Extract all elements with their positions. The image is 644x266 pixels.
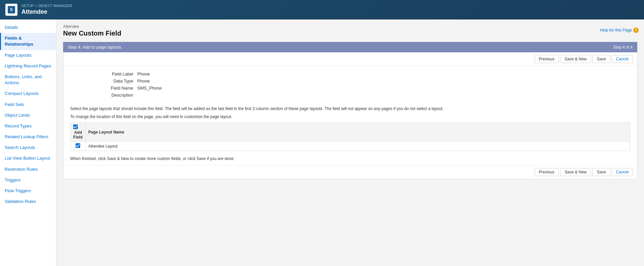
sidebar-item-buttons-links-actions[interactable]: Buttons, Links, and Actions [0,71,56,88]
header-title: Attendee [21,8,72,15]
row-checkbox-cell [70,142,86,151]
sidebar-item-related-lookup-filters[interactable]: Related Lookup Filters [0,131,56,142]
top-header: S SETUP > OBJECT MANAGER Attendee [0,0,644,19]
sidebar-item-page-layouts[interactable]: Page Layouts [0,50,56,61]
sidebar-item-record-types[interactable]: Record Types [0,121,56,131]
finish-text: When finished, click Save & New to creat… [63,154,637,165]
field-row-datatype: Data Type Phone [70,78,630,84]
sidebar-item-restriction-rules[interactable]: Restriction Rules [0,164,56,175]
help-icon: ? [633,28,639,33]
row-checkbox[interactable] [76,143,80,148]
sidebar-item-list-view-button-layout[interactable]: List View Button Layout [0,153,56,164]
app-icon: S [5,4,17,16]
sidebar-item-fields-relationships[interactable]: Fields & Relationships [0,33,56,50]
page-title: New Custom Field [63,30,637,37]
field-name-key: Field Name [70,86,137,91]
table-header-row: Add Field Page Layout Name [70,123,630,142]
top-action-row: Previous Save & New Save Cancel [63,52,637,66]
app-icon-label: S [10,7,13,12]
breadcrumb: Attendee [63,24,637,29]
field-name-value: SMS_Phone [137,86,162,91]
save-button-top[interactable]: Save [592,55,610,63]
content-panel: Previous Save & New Save Cancel Field La… [63,52,637,179]
cancel-button-top[interactable]: Cancel [612,55,633,63]
sidebar-item-triggers[interactable]: Triggers [0,175,56,185]
select-all-checkbox[interactable] [73,124,78,129]
sidebar-item-search-layouts[interactable]: Search Layouts [0,142,56,153]
info-text-1: Select the page layouts that should incl… [63,103,637,113]
field-row-label: Field Label Phone [70,71,630,76]
help-link[interactable]: Help for this Page ? [600,28,639,33]
sidebar-item-object-limits[interactable]: Object Limits [0,110,56,121]
step-count: Step 4 of 4 [613,45,633,50]
field-label-key: Field Label [70,71,137,76]
field-row-description: Description [70,93,630,98]
description-key: Description [70,93,137,98]
field-label-value: Phone [137,71,150,76]
save-and-new-button-bottom[interactable]: Save & New [560,168,591,176]
cancel-button-bottom[interactable]: Cancel [612,168,633,176]
app-icon-inner: S [8,6,15,13]
sidebar: Details Fields & Relationships Page Layo… [0,19,56,266]
step-bar: Step 4. Add to page layouts Step 4 of 4 [63,42,637,52]
save-and-new-button-top[interactable]: Save & New [560,55,591,63]
sidebar-item-lightning-record-pages[interactable]: Lightning Record Pages [0,61,56,71]
header-breadcrumb: SETUP > OBJECT MANAGER [21,4,72,8]
data-type-value: Phone [137,78,150,84]
sidebar-item-validation-rules[interactable]: Validation Rules [0,196,56,207]
data-type-key: Data Type [70,78,137,84]
table-row: Attendee Layout [70,142,630,151]
field-row-fieldname: Field Name SMS_Phone [70,86,630,91]
field-details: Field Label Phone Data Type Phone Field … [63,66,637,103]
th-page-layout-name: Page Layout Name [86,123,630,142]
layout-table: Add Field Page Layout Name Attendee Layo… [70,122,630,151]
previous-button-top[interactable]: Previous [535,55,559,63]
step-label: Step 4. Add to page layouts [68,45,121,50]
sidebar-item-compact-layouts[interactable]: Compact Layouts [0,88,56,99]
previous-button-bottom[interactable]: Previous [535,168,559,176]
help-link-text: Help for this Page [600,28,632,33]
th-add-field: Add Field [70,123,86,142]
sidebar-item-details[interactable]: Details [0,22,56,33]
sidebar-item-flow-triggers[interactable]: Flow Triggers [0,185,56,196]
info-text-2: To change the location of this field on … [63,113,637,122]
row-layout-name: Attendee Layout [86,142,630,151]
save-button-bottom[interactable]: Save [592,168,610,176]
main-content: Help for this Page ? Attendee New Custom… [56,19,644,266]
th-add-field-label: Add Field [73,130,83,140]
bottom-action-row: Previous Save & New Save Cancel [63,165,637,179]
header-text-block: SETUP > OBJECT MANAGER Attendee [21,4,72,15]
sidebar-item-field-sets[interactable]: Field Sets [0,99,56,110]
page-body: Details Fields & Relationships Page Layo… [0,19,644,266]
